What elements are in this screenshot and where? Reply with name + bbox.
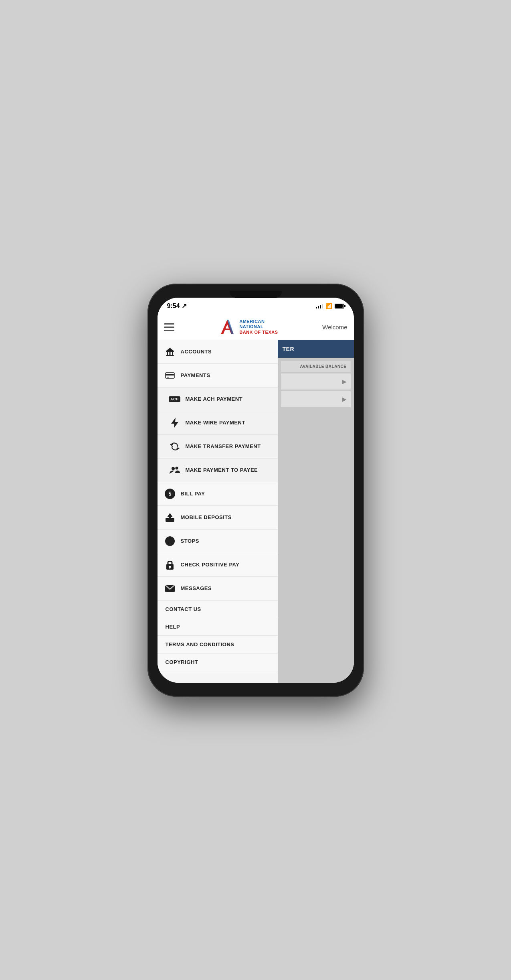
svg-point-13: [172, 467, 175, 470]
svg-marker-12: [171, 418, 178, 428]
main-content: ACCOUNTS PAYMENTS: [158, 340, 354, 683]
status-icons: 📶: [316, 303, 344, 309]
menu-item-payments[interactable]: PAYMENTS: [158, 364, 278, 388]
stop-circle-icon: [164, 535, 176, 547]
make-wire-payment-label: MAKE WIRE PAYMENT: [186, 420, 245, 426]
account-row-1[interactable]: ▶: [281, 373, 351, 390]
status-time: 9:54 ↗: [167, 302, 187, 310]
payments-label: PAYMENTS: [181, 372, 210, 378]
payee-icon: [169, 464, 181, 476]
chevron-right-icon-1: ▶: [342, 378, 347, 385]
mobile-deposits-label: MOBILE DEPOSITS: [181, 514, 232, 520]
bill-pay-label: BILL PAY: [181, 491, 205, 497]
envelope-icon: [164, 582, 176, 594]
transfer-icon: [169, 440, 181, 452]
svg-rect-22: [170, 567, 170, 569]
card-icon: [164, 369, 176, 381]
svg-rect-7: [166, 355, 174, 356]
hamburger-menu-button[interactable]: [164, 323, 174, 331]
menu-item-make-transfer-payment[interactable]: MAKE TRANSFER PAYMENT: [158, 435, 278, 459]
menu-item-help[interactable]: HELP: [158, 618, 278, 636]
menu-item-mobile-deposits[interactable]: MOBILE DEPOSITS: [158, 506, 278, 530]
bank-icon: [164, 346, 176, 358]
stops-label: STOPS: [181, 538, 199, 544]
svg-rect-6: [172, 352, 173, 355]
terms-and-conditions-label: TERMS AND CONDITIONS: [166, 641, 234, 647]
make-payment-to-payee-label: MAKE PAYMENT TO PAYEE: [186, 467, 258, 473]
bank-name-text: AMERICAN NATIONAL BANK OF TEXAS: [239, 319, 278, 335]
svg-point-14: [175, 467, 178, 469]
menu-item-messages[interactable]: MESSAGES: [158, 577, 278, 601]
available-balance-label: AVAILABLE BALANCE: [285, 364, 347, 369]
right-panel-header: TER: [278, 340, 354, 358]
svg-rect-4: [167, 352, 168, 355]
menu-item-make-payment-to-payee[interactable]: MAKE PAYMENT TO PAYEE: [158, 459, 278, 482]
menu-item-stops[interactable]: STOPS: [158, 530, 278, 553]
bank-logo: AMERICAN NATIONAL BANK OF TEXAS: [218, 318, 278, 336]
menu-item-contact-us[interactable]: CONTACT US: [158, 601, 278, 618]
ach-icon: ACH: [169, 393, 181, 405]
svg-rect-1: [224, 329, 230, 330]
status-bar: 9:54 ↗ 📶: [158, 298, 354, 314]
wifi-icon: 📶: [325, 303, 332, 309]
menu-item-make-wire-payment[interactable]: MAKE WIRE PAYMENT: [158, 411, 278, 435]
app-header: AMERICAN NATIONAL BANK OF TEXAS Welcome: [158, 314, 354, 340]
help-label: HELP: [166, 624, 180, 630]
svg-rect-11: [167, 377, 169, 377]
svg-rect-10: [166, 374, 174, 375]
messages-label: MESSAGES: [181, 585, 212, 591]
phone-frame: 9:54 ↗ 📶: [147, 284, 364, 697]
bolt-icon: [169, 417, 181, 429]
dollar-circle-icon: $: [164, 488, 176, 500]
make-transfer-payment-label: MAKE TRANSFER PAYMENT: [186, 443, 261, 449]
account-row-2[interactable]: ▶: [281, 391, 351, 407]
welcome-text: Welcome: [322, 324, 347, 331]
navigation-menu: ACCOUNTS PAYMENTS: [158, 340, 278, 683]
right-panel: TER AVAILABLE BALANCE ▶ ▶: [278, 340, 354, 683]
menu-item-accounts[interactable]: ACCOUNTS: [158, 340, 278, 364]
signal-bars-icon: [316, 304, 323, 308]
menu-item-terms-and-conditions[interactable]: TERMS AND CONDITIONS: [158, 636, 278, 653]
deposit-icon: [164, 511, 176, 523]
bank-logo-icon: [218, 318, 236, 336]
accounts-label: ACCOUNTS: [181, 349, 212, 355]
location-icon: ↗: [182, 302, 187, 310]
svg-marker-8: [166, 348, 174, 351]
svg-marker-18: [167, 513, 173, 519]
right-header-text: TER: [283, 346, 295, 352]
right-panel-content: AVAILABLE BALANCE ▶ ▶: [278, 358, 354, 683]
copyright-label: COPYRIGHT: [166, 659, 198, 665]
lock-icon: [164, 559, 176, 571]
svg-point-19: [165, 536, 175, 546]
battery-icon: [335, 304, 344, 308]
phone-screen: 9:54 ↗ 📶: [158, 298, 354, 683]
menu-item-make-ach-payment[interactable]: ACH MAKE ACH PAYMENT: [158, 388, 278, 411]
menu-item-copyright[interactable]: COPYRIGHT: [158, 653, 278, 671]
phone-notch: [230, 291, 282, 298]
svg-rect-5: [169, 352, 170, 355]
make-ach-payment-label: MAKE ACH PAYMENT: [186, 396, 243, 402]
time-display: 9:54: [167, 302, 180, 310]
menu-item-bill-pay[interactable]: $ BILL PAY: [158, 482, 278, 506]
chevron-right-icon-2: ▶: [342, 396, 347, 402]
menu-item-check-positive-pay[interactable]: CHECK POSITIVE PAY: [158, 553, 278, 577]
balance-header: AVAILABLE BALANCE: [281, 361, 351, 372]
svg-rect-3: [166, 351, 174, 352]
svg-text:$: $: [168, 491, 171, 497]
contact-us-label: CONTACT US: [166, 606, 201, 612]
check-positive-pay-label: CHECK POSITIVE PAY: [181, 562, 240, 568]
